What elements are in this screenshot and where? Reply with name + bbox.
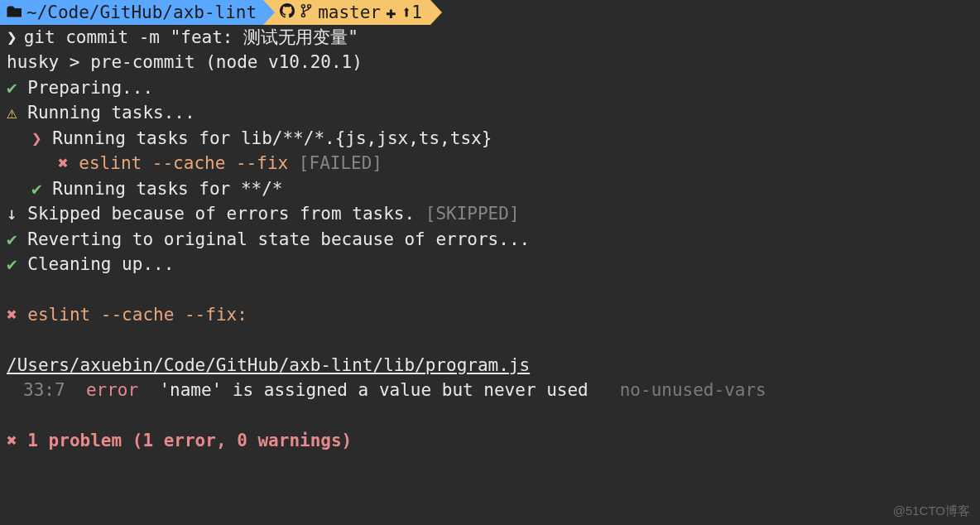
warn-icon: ⚠ <box>7 103 17 123</box>
ahead-indicator: ⬆1 <box>401 0 422 25</box>
step-text: Running tasks for lib/**/*.{js,jsx,ts,ts… <box>52 128 492 148</box>
svg-point-1 <box>308 4 311 7</box>
prompt-path: ~/Code/GitHub/axb-lint <box>26 0 263 25</box>
error-header-text: eslint --cache --fix: <box>27 305 247 325</box>
check-icon: ✔ <box>7 229 17 249</box>
error-message: 'name' is assigned a value but never use… <box>159 380 588 400</box>
segment-end-arrow-icon <box>430 0 442 25</box>
step-text: Cleaning up... <box>27 254 174 274</box>
prompt-marker: ❯ <box>7 25 17 50</box>
step-reverting: ✔ Reverting to original state because of… <box>0 227 980 252</box>
watermark: @51CTO博客 <box>893 502 970 520</box>
step-text: Skipped because of errors from tasks. <box>27 204 415 224</box>
folder-icon <box>7 0 23 25</box>
step-text: Running tasks... <box>27 103 195 123</box>
command-line[interactable]: ❯ git commit -m "feat: 测试无用变量" <box>0 25 980 50</box>
step-text: Running tasks for **/* <box>52 179 282 199</box>
down-arrow-icon: ↓ <box>7 204 17 224</box>
x-icon: ✖ <box>7 431 17 450</box>
up-arrow-icon: ⬆ <box>401 2 412 22</box>
check-icon: ✔ <box>31 179 42 199</box>
skipped-tag: [SKIPPED] <box>425 204 520 224</box>
github-icon <box>280 0 295 25</box>
git-segment: master ✚ ⬆1 <box>275 0 430 25</box>
blank-line <box>0 327 980 352</box>
error-file: /Users/axuebin/Code/GitHub/axb-lint/lib/… <box>0 353 980 378</box>
x-icon: ✖ <box>7 305 17 325</box>
x-icon: ✖ <box>58 153 69 173</box>
ahead-count: 1 <box>411 2 422 22</box>
husky-header: husky > pre-commit (node v10.20.1) <box>0 50 980 75</box>
error-severity: error <box>86 380 138 400</box>
svg-point-2 <box>302 13 305 17</box>
step-running-tasks: ⚠ Running tasks... <box>0 100 980 125</box>
blank-line <box>0 277 980 301</box>
step-text: Reverting to original state because of e… <box>27 229 530 249</box>
check-icon: ✔ <box>7 78 17 98</box>
segment-arrow-icon <box>263 0 275 25</box>
plus-icon: ✚ <box>386 0 396 25</box>
step-cleaning: ✔ Cleaning up... <box>0 252 980 277</box>
folder-segment <box>0 0 26 25</box>
error-header: ✖ eslint --cache --fix: <box>0 302 980 327</box>
check-icon: ✔ <box>7 254 17 274</box>
branch-name: master <box>318 0 381 25</box>
error-file-path: /Users/axuebin/Code/GitHub/axb-lint/lib/… <box>7 355 530 375</box>
shell-prompt: ~/Code/GitHub/axb-lint master ✚ ⬆1 <box>0 0 980 25</box>
error-detail: 33:7 error 'name' is assigned a value bu… <box>0 378 980 402</box>
error-summary: ✖ 1 problem (1 error, 0 warnings) <box>0 428 980 453</box>
branch-icon <box>300 0 313 25</box>
chevron-icon: ❯ <box>31 128 42 148</box>
step-running-all: ✔ Running tasks for **/* <box>0 176 980 201</box>
blank-line <box>0 403 980 428</box>
svg-point-0 <box>302 4 305 7</box>
error-location: 33:7 <box>23 380 65 400</box>
eslint-cmd: eslint --cache --fix <box>79 153 288 173</box>
summary-text: 1 problem (1 error, 0 warnings) <box>27 431 352 450</box>
step-running-glob: ❯ Running tasks for lib/**/*.{js,jsx,ts,… <box>0 126 980 151</box>
step-text: Preparing... <box>27 78 153 98</box>
step-preparing: ✔ Preparing... <box>0 75 980 100</box>
step-skipped: ↓ Skipped because of errors from tasks. … <box>0 201 980 226</box>
error-rule: no-unused-vars <box>620 380 766 400</box>
step-eslint-failed: ✖ eslint --cache --fix [FAILED] <box>0 151 980 176</box>
failed-tag: [FAILED] <box>299 153 382 173</box>
command-text: git commit -m "feat: 测试无用变量" <box>24 25 358 50</box>
